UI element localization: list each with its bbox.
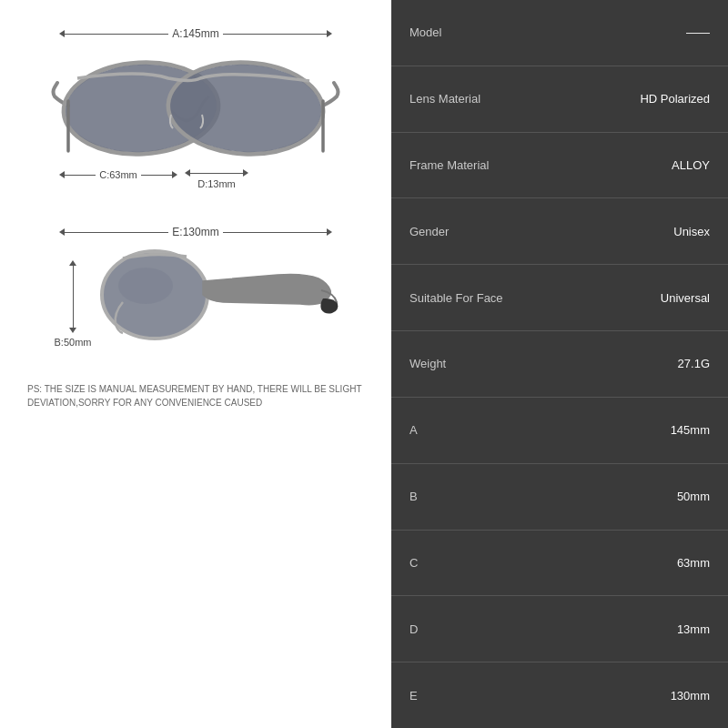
arrow-line-e: [65, 232, 168, 233]
spec-row: Model——: [391, 0, 728, 66]
arrow-head-right-c: [172, 171, 177, 178]
side-view-diagram: E:130mm B:50mm: [18, 217, 373, 368]
spec-value: ——: [686, 25, 710, 39]
arrow-line-c2: [141, 175, 172, 176]
spec-row: Lens MaterialHD Polarized: [391, 66, 728, 133]
spec-value: 50mm: [677, 490, 710, 503]
arrow-line-a2: [223, 34, 327, 35]
spec-label: Suitable For Face: [410, 291, 503, 305]
arrow-line-a: [65, 34, 168, 35]
spec-row: Frame MaterialALLOY: [391, 133, 728, 199]
spec-row: Suitable For FaceUniversal: [391, 265, 728, 331]
arrow-line-c: [65, 175, 96, 176]
spec-label: C: [410, 556, 418, 570]
spec-value: 27.1G: [678, 357, 710, 370]
spec-label: Weight: [410, 357, 446, 370]
spec-value: 145mm: [671, 423, 710, 437]
spec-label: Frame Material: [410, 158, 489, 172]
spec-label: Model: [410, 25, 441, 39]
arrow-head-right-d: [243, 169, 248, 177]
vert-line-b: [73, 266, 74, 328]
dim-d-label: D:13mm: [197, 178, 236, 189]
spec-value: Universal: [661, 291, 710, 305]
spec-row: D13mm: [391, 596, 728, 662]
dim-b-label: B:50mm: [55, 337, 92, 348]
arrow-line-e2: [223, 232, 327, 233]
spec-label: D: [410, 622, 418, 636]
sunglasses-side-image: [96, 240, 341, 368]
front-view-diagram: A:145mm: [18, 18, 373, 198]
spec-value: Unisex: [673, 225, 710, 238]
spec-row: A145mm: [391, 398, 728, 464]
dim-e-label: E:130mm: [168, 226, 222, 238]
spec-row: C63mm: [391, 531, 728, 597]
spec-label: A: [410, 423, 418, 437]
spec-label: Gender: [410, 225, 449, 238]
spec-label: B: [410, 490, 418, 503]
spec-row: GenderUnisex: [391, 198, 728, 265]
spec-label: E: [410, 689, 418, 703]
spec-table: Model——Lens MaterialHD PolarizedFrame Ma…: [391, 0, 728, 728]
note-text: PS: THE SIZE IS MANUAL MEASUREMENT BY HA…: [18, 382, 373, 410]
spec-value: ALLOY: [672, 158, 710, 172]
sunglasses-front-image: [50, 42, 341, 178]
spec-value: HD Polarized: [640, 92, 710, 106]
spec-value: 130mm: [671, 689, 710, 703]
left-panel: A:145mm: [0, 0, 391, 728]
dim-c-label: C:63mm: [96, 169, 141, 180]
arrow-line-d: [190, 173, 243, 174]
dim-a-label: A:145mm: [168, 27, 222, 40]
spec-row: Weight27.1G: [391, 331, 728, 398]
arrow-head-right-e: [327, 228, 332, 236]
arrow-head-right-a: [327, 30, 332, 37]
spec-row: E130mm: [391, 662, 728, 728]
svg-point-7: [118, 268, 173, 304]
spec-value: 63mm: [677, 556, 710, 570]
spec-value: 13mm: [677, 622, 710, 636]
spec-label: Lens Material: [410, 92, 480, 106]
arrow-head-down-b: [69, 328, 76, 333]
spec-row: B50mm: [391, 464, 728, 531]
